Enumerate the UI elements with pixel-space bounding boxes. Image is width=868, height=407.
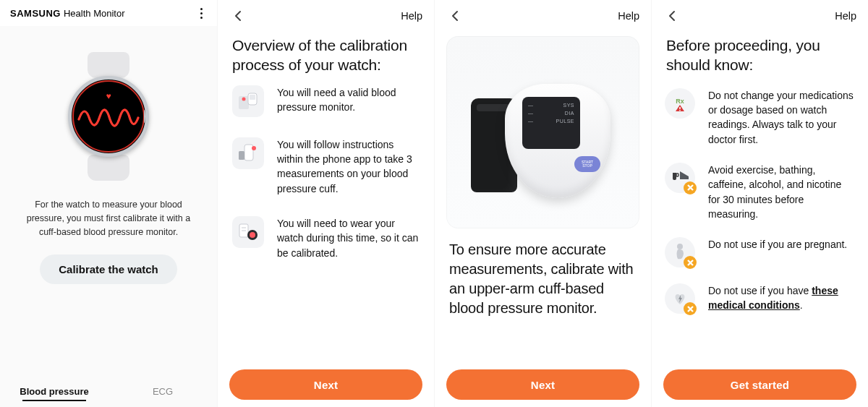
app-header: SAMSUNG Health Monitor — [0, 0, 217, 26]
svg-point-3 — [242, 97, 246, 100]
overview-list: You will need a valid blood pressure mon… — [218, 85, 434, 260]
list-item-text: You will need a valid blood pressure mon… — [277, 85, 420, 115]
rx-warning-icon: Rx — [665, 88, 695, 119]
tab-blood-pressure[interactable]: Blood pressure — [0, 386, 109, 400]
chevron-left-icon — [666, 10, 678, 22]
svg-point-11 — [250, 232, 255, 238]
page-description: To ensure more accurate measurements, ca… — [435, 240, 651, 318]
next-button[interactable]: Next — [229, 369, 422, 400]
help-link[interactable]: Help — [835, 10, 856, 22]
x-badge-icon — [684, 302, 697, 315]
list-item-text: Avoid exercise, bathing, caffeine, alcoh… — [708, 163, 855, 221]
pregnant-icon — [665, 237, 695, 267]
bp-device-screen: —SYS —DIA —PULSE — [522, 97, 580, 149]
list-item: You will follow instructions within the … — [232, 137, 420, 196]
intro-body: ♥ For the watch to measure your blood pr… — [0, 26, 217, 375]
list-item-text: You will need to wear your watch during … — [277, 216, 420, 260]
chevron-left-icon — [449, 10, 461, 22]
watch-face: ♥ — [68, 76, 149, 157]
help-link[interactable]: Help — [618, 10, 639, 22]
svg-point-5 — [252, 146, 256, 150]
list-item-text: Do not change your medications or dosage… — [708, 88, 855, 147]
calibrate-watch-button[interactable]: Calibrate the watch — [40, 254, 177, 284]
nav-bar: Help — [218, 0, 434, 32]
warning-list: Rx Do not change your medications or dos… — [652, 85, 868, 314]
svg-rect-6 — [239, 151, 244, 160]
svg-rect-2 — [250, 95, 255, 100]
page-title: Overview of the calibration process of y… — [218, 32, 434, 85]
x-badge-icon — [684, 181, 697, 194]
chevron-left-icon — [232, 10, 244, 22]
watch-wear-icon — [232, 216, 264, 248]
screen-cuff-recommendation: Help —SYS —DIA —PULSE STARTSTOP To ensur… — [434, 0, 651, 407]
next-button[interactable]: Next — [446, 369, 639, 400]
list-item: Avoid exercise, bathing, caffeine, alcoh… — [665, 163, 855, 221]
svg-rect-14 — [679, 107, 681, 109]
svg-point-17 — [677, 244, 683, 249]
back-button[interactable] — [446, 7, 464, 25]
svg-rect-16 — [676, 173, 678, 176]
back-button[interactable] — [229, 7, 247, 25]
screen-calibrate-intro: SAMSUNG Health Monitor ♥ For the watch t… — [0, 0, 217, 407]
svg-rect-15 — [679, 110, 681, 111]
heart-icon: ♥ — [106, 91, 111, 101]
list-item-text: Do not use if you are pregnant. — [708, 237, 847, 252]
back-button[interactable] — [663, 7, 681, 25]
screen-warnings: Help Before proceeding, you should know:… — [651, 0, 868, 407]
brand-rest: Health Monitor — [64, 8, 125, 19]
bp-device-body: —SYS —DIA —PULSE STARTSTOP — [505, 84, 610, 198]
watch-illustration: ♥ — [58, 48, 159, 185]
bp-device-start-button: STARTSTOP — [574, 156, 600, 172]
screen-overview: Help Overview of the calibration process… — [217, 0, 434, 407]
list-item: You will need a valid blood pressure mon… — [232, 85, 420, 117]
list-item-text: Do not use if you have these medical con… — [708, 283, 855, 313]
list-item: Do not use if you are pregnant. — [665, 237, 855, 267]
bp-monitor-illustration: —SYS —DIA —PULSE STARTSTOP — [446, 36, 639, 228]
list-item: Do not use if you have these medical con… — [665, 283, 855, 314]
list-item: Rx Do not change your medications or dos… — [665, 88, 855, 147]
kebab-menu-icon[interactable] — [195, 8, 207, 19]
tab-ecg[interactable]: ECG — [109, 386, 217, 400]
page-title: Before proceeding, you should know: — [652, 32, 868, 85]
get-started-button[interactable]: Get started — [663, 369, 856, 400]
nav-bar: Help — [652, 0, 868, 32]
intro-description: For the watch to measure your blood pres… — [17, 198, 200, 239]
bp-monitor-icon — [232, 85, 264, 117]
heart-bolt-icon — [665, 283, 695, 314]
x-badge-icon — [684, 256, 697, 269]
svg-rect-4 — [244, 145, 253, 160]
phone-measure-icon — [232, 137, 264, 169]
brand-bold: SAMSUNG — [10, 8, 61, 19]
list-item-text: You will follow instructions within the … — [277, 137, 420, 196]
list-item: You will need to wear your watch during … — [232, 216, 420, 260]
app-brand: SAMSUNG Health Monitor — [10, 8, 125, 19]
svg-text:Rx: Rx — [676, 98, 684, 105]
coffee-shoe-icon — [665, 163, 695, 193]
nav-bar: Help — [435, 0, 651, 32]
help-link[interactable]: Help — [401, 10, 422, 22]
bottom-tabs: Blood pressure ECG — [0, 375, 217, 407]
